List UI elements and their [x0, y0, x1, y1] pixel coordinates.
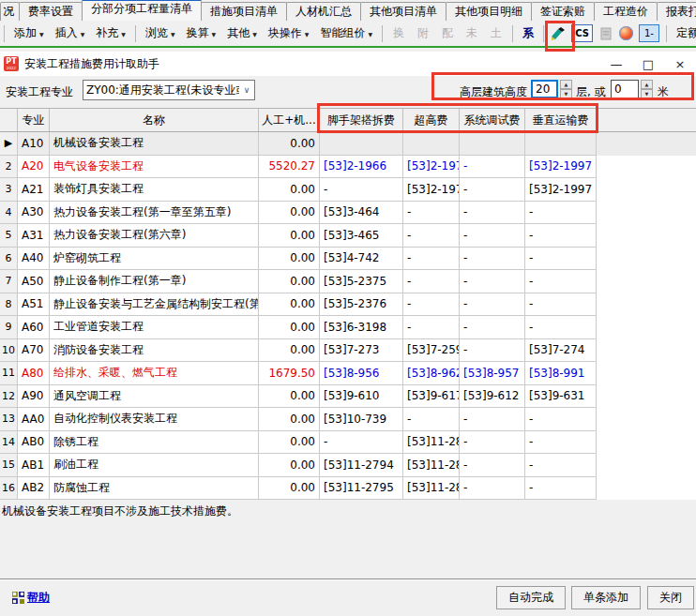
maximize-button[interactable]: □ [632, 52, 664, 76]
cell-system-debug-fee[interactable]: - [460, 293, 525, 317]
table-row[interactable]: 14AB0除锈工程0.00-[53]11-2802-- [0, 431, 696, 455]
floors-stepper[interactable]: ▲ ▼ [560, 80, 572, 98]
cell-system-debug-fee[interactable]: - [460, 454, 525, 477]
cell-system-debug-fee[interactable]: - [460, 270, 525, 293]
spin-up-icon[interactable]: ▲ [641, 80, 653, 89]
cell-super-height-fee[interactable]: [53]2-1972 [403, 156, 460, 179]
cell-system-debug-fee[interactable]: - [460, 316, 525, 339]
cell-labor-machine-cost[interactable]: 0.00 [259, 339, 320, 363]
cell-scaffold-fee[interactable]: [53]7-273 [320, 339, 403, 363]
close-icon[interactable]: × [664, 52, 696, 76]
cell-vertical-transport-fee[interactable]: - [525, 477, 597, 501]
cell-super-height-fee[interactable]: - [403, 270, 460, 293]
cell-labor-machine-cost[interactable]: 5520.27 [259, 156, 320, 179]
cell-vertical-transport-fee[interactable]: - [525, 248, 597, 271]
cell-vertical-transport-fee[interactable]: - [525, 202, 597, 225]
cell-super-height-fee[interactable]: [53]11-2802 [403, 477, 460, 501]
cell-labor-machine-cost[interactable]: 0.00 [259, 248, 320, 271]
cell-scaffold-fee[interactable]: [53]9-610 [320, 385, 403, 409]
cell-specialty[interactable]: A51 [18, 293, 50, 317]
cell-name[interactable]: 除锈工程 [50, 431, 259, 455]
red-orb-icon[interactable] [619, 26, 633, 40]
cell-vertical-transport-fee[interactable]: - [525, 316, 597, 339]
tab-10[interactable]: 报表打印 [657, 2, 696, 21]
row-indicator[interactable]: 8 [0, 293, 18, 317]
cell-labor-machine-cost[interactable]: 0.00 [259, 293, 320, 317]
row-indicator[interactable]: 12 [0, 385, 18, 409]
tab-2[interactable]: 费率设置 [19, 2, 83, 21]
cell-name[interactable]: 自动化控制仪表安装工程 [50, 408, 259, 431]
cell-system-debug-fee[interactable]: [53]9-612 [460, 385, 525, 409]
meters-stepper[interactable]: ▲ ▼ [641, 80, 653, 98]
cell-super-height-fee[interactable]: - [403, 224, 460, 248]
cell-system-debug-fee[interactable]: - [460, 178, 525, 202]
cell-super-height-fee[interactable]: [53]11-2802 [403, 431, 460, 455]
cell-specialty[interactable]: A40 [18, 248, 50, 271]
cell-specialty[interactable]: AA0 [18, 408, 50, 431]
table-row[interactable]: 7A50静止设备制作工程(第一章)0.00[53]5-2375--- [0, 270, 696, 293]
cell-vertical-transport-fee[interactable]: - [525, 408, 597, 431]
tab-9[interactable]: 工程造价 [594, 2, 658, 21]
cell-super-height-fee[interactable]: - [403, 293, 460, 317]
toolbar-menu-4[interactable]: 浏览▼ [141, 23, 180, 43]
cell-labor-machine-cost[interactable]: 0.00 [259, 224, 320, 248]
cell-scaffold-fee[interactable]: [53]3-464 [320, 202, 403, 225]
cell-vertical-transport-fee[interactable]: - [525, 270, 597, 293]
cell-system-debug-fee[interactable]: - [460, 248, 525, 271]
cs-button[interactable]: CS [571, 24, 593, 42]
cell-labor-machine-cost[interactable]: 1679.50 [259, 362, 320, 385]
table-row[interactable]: 10A70消防设备安装工程0.00[53]7-273[53]7-259-[53]… [0, 339, 696, 363]
row-indicator[interactable]: 11 [0, 362, 18, 385]
tab-6[interactable]: 其他项目清单 [360, 2, 446, 21]
cell-scaffold-fee[interactable]: [53]8-956 [320, 362, 403, 385]
cell-scaffold-fee[interactable]: [53]4-742 [320, 248, 403, 271]
toolbar-disabled-button-4[interactable]: 未 [461, 23, 483, 43]
cell-vertical-transport-fee[interactable]: [53]2-1997 [525, 178, 597, 202]
cell-super-height-fee[interactable]: [53]11-2802 [403, 454, 460, 477]
cell-labor-machine-cost[interactable]: 0.00 [259, 202, 320, 225]
cell-vertical-transport-fee[interactable] [525, 132, 597, 156]
row-indicator[interactable]: 16 [0, 477, 18, 501]
row-indicator[interactable]: 2 [0, 156, 18, 179]
cell-system-debug-fee[interactable]: [53]8-957 [460, 362, 525, 385]
cell-vertical-transport-fee[interactable]: - [525, 454, 597, 477]
help-link[interactable]: 帮助 [12, 590, 50, 606]
table-row[interactable]: 12A90通风空调工程0.00[53]9-610[53]9-617[53]9-6… [0, 385, 696, 409]
toolbar-menu-7[interactable]: 块操作▼ [264, 23, 314, 43]
cell-name[interactable]: 机械设备安装工程 [50, 132, 259, 156]
row-indicator[interactable]: 3 [0, 178, 18, 202]
cell-specialty[interactable]: AB2 [18, 477, 50, 501]
cell-specialty[interactable]: A31 [18, 224, 50, 248]
cell-super-height-fee[interactable]: [53]2-1972 [403, 178, 460, 202]
cell-specialty[interactable]: A21 [18, 178, 50, 202]
cell-name[interactable]: 炉窑砌筑工程 [50, 248, 259, 271]
cell-labor-machine-cost[interactable]: 0.00 [259, 431, 320, 455]
table-row[interactable]: ▶A10机械设备安装工程0.00 [0, 132, 696, 156]
cell-super-height-fee[interactable]: - [403, 202, 460, 225]
row-indicator[interactable]: 13 [0, 408, 18, 431]
row-indicator[interactable]: ▶ [0, 132, 18, 156]
meters-input[interactable] [611, 80, 639, 98]
cell-name[interactable]: 静止设备安装与工艺金属结构制安工程(第 [50, 293, 259, 317]
cell-system-debug-fee[interactable]: - [460, 408, 525, 431]
single-add-button[interactable]: 单条添加 [571, 586, 641, 609]
tab-7[interactable]: 其他项目明细 [446, 2, 532, 21]
cell-name[interactable]: 通风空调工程 [50, 385, 259, 409]
cell-scaffold-fee[interactable]: [53]6-3198 [320, 316, 403, 339]
table-row[interactable]: 2A20电气设备安装工程5520.27[53]2-1966[53]2-1972-… [0, 156, 696, 179]
cell-vertical-transport-fee[interactable]: [53]9-631 [525, 385, 597, 409]
toolbar-disabled-button-5[interactable]: 土 [485, 23, 507, 43]
cell-specialty[interactable]: AB0 [18, 431, 50, 455]
cell-name[interactable]: 热力设备安装工程(第一章至第五章) [50, 202, 259, 225]
cell-name[interactable]: 防腐蚀工程 [50, 477, 259, 501]
cell-specialty[interactable]: A90 [18, 385, 50, 409]
cell-super-height-fee[interactable]: [53]9-617 [403, 385, 460, 409]
cell-scaffold-fee[interactable]: [53]5-2376 [320, 293, 403, 317]
cell-labor-machine-cost[interactable]: 0.00 [259, 477, 320, 501]
toolbar-menu-8[interactable]: 智能组价▼ [315, 23, 377, 43]
toolbar-menu-6[interactable]: 其他▼ [222, 23, 262, 43]
cell-vertical-transport-fee[interactable]: [53]7-274 [525, 339, 597, 363]
row-indicator[interactable]: 14 [0, 431, 18, 455]
cell-scaffold-fee[interactable]: [53]5-2375 [320, 270, 403, 293]
toolbar-menu-1[interactable]: 添加▼ [9, 23, 49, 43]
